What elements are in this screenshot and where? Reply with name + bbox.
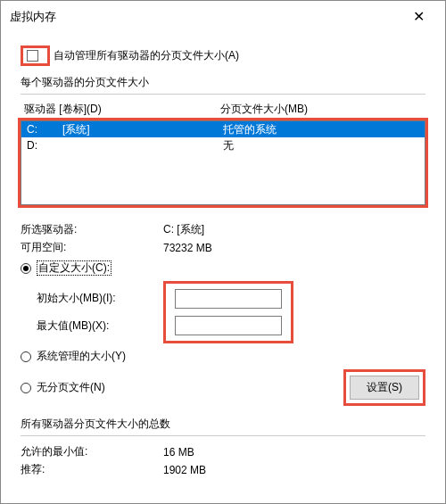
close-icon[interactable]: ✕ — [401, 6, 436, 28]
max-size-label: 最大值(MB)(X): — [37, 318, 163, 334]
min-allowed-row: 允许的最小值: 16 MB — [21, 444, 425, 459]
sys-managed-label[interactable]: 系统管理的大小(Y) — [37, 349, 126, 364]
drive-row-d[interactable]: D: 无 — [21, 137, 425, 153]
auto-manage-label[interactable]: 自动管理所有驱动器的分页文件大小(A) — [54, 48, 239, 63]
no-paging-label[interactable]: 无分页文件(N) — [37, 380, 105, 395]
set-button-highlight: 设置(S) — [343, 369, 425, 406]
initial-size-label: 初始大小(MB)(I): — [37, 291, 163, 306]
min-allowed-label: 允许的最小值: — [21, 444, 163, 459]
recommended-value: 1902 MB — [163, 464, 206, 476]
sys-managed-radio-row: 系统管理的大小(Y) — [21, 349, 425, 364]
size-header-col: 分页文件大小(MB) — [220, 102, 422, 117]
selected-drive-label: 所选驱动器: — [21, 222, 163, 237]
totals-group-box: 允许的最小值: 16 MB 推荐: 1902 MB — [21, 435, 425, 477]
max-size-input[interactable] — [175, 316, 282, 335]
drive-size: 托管的系统 — [223, 122, 277, 136]
no-paging-radio-row: 无分页文件(N) — [21, 380, 105, 395]
totals-group-label: 所有驱动器分页文件大小的总数 — [21, 417, 425, 432]
drive-letter: C: — [27, 122, 62, 136]
no-paging-radio[interactable] — [21, 383, 31, 393]
size-inputs-highlight — [163, 281, 293, 343]
avail-space-value: 73232 MB — [163, 242, 212, 254]
avail-space-label: 可用空间: — [21, 240, 163, 255]
drive-row-c[interactable]: C: [系统] 托管的系统 — [21, 121, 425, 137]
dialog-content: 自动管理所有驱动器的分页文件大小(A) 每个驱动器的分页文件大小 驱动器 [卷标… — [1, 33, 445, 487]
set-button[interactable]: 设置(S) — [350, 376, 419, 400]
selected-drive-value: C: [系统] — [163, 222, 204, 237]
recommended-row: 推荐: 1902 MB — [21, 462, 425, 477]
drive-listbox[interactable]: C: [系统] 托管的系统 D: 无 — [21, 120, 425, 205]
virtual-memory-dialog: 虚拟内存 ✕ 自动管理所有驱动器的分页文件大小(A) 每个驱动器的分页文件大小 … — [0, 0, 446, 504]
min-allowed-value: 16 MB — [163, 446, 194, 459]
sys-managed-radio[interactable] — [21, 351, 31, 362]
drive-vol: [系统] — [62, 122, 223, 136]
auto-manage-highlight — [21, 45, 50, 66]
custom-size-radio[interactable] — [21, 263, 31, 274]
recommended-label: 推荐: — [21, 462, 163, 477]
drive-header-col: 驱动器 [卷标](D) — [24, 102, 220, 117]
drive-size: 无 — [223, 138, 234, 153]
auto-manage-checkbox[interactable] — [27, 50, 38, 62]
drive-list-header: 驱动器 [卷标](D) 分页文件大小(MB) — [21, 100, 425, 119]
drive-vol — [62, 138, 223, 153]
auto-manage-row: 自动管理所有驱动器的分页文件大小(A) — [21, 45, 425, 66]
avail-space-row: 可用空间: 73232 MB — [21, 240, 425, 255]
initial-size-input[interactable] — [175, 289, 282, 309]
drive-letter: D: — [27, 138, 62, 153]
titlebar: 虚拟内存 ✕ — [1, 1, 445, 33]
totals-group: 所有驱动器分页文件大小的总数 允许的最小值: 16 MB 推荐: 1902 MB — [21, 417, 425, 477]
per-drive-group-label: 每个驱动器的分页文件大小 — [21, 75, 425, 90]
custom-size-label[interactable]: 自定义大小(C): — [37, 260, 112, 276]
selected-drive-row: 所选驱动器: C: [系统] — [21, 222, 425, 237]
per-drive-group-box: 驱动器 [卷标](D) 分页文件大小(MB) C: [系统] 托管的系统 D: … — [21, 94, 425, 406]
custom-size-radio-row: 自定义大小(C): — [21, 260, 425, 276]
per-drive-group: 每个驱动器的分页文件大小 驱动器 [卷标](D) 分页文件大小(MB) C: [… — [21, 75, 425, 406]
dialog-title: 虚拟内存 — [10, 9, 56, 25]
